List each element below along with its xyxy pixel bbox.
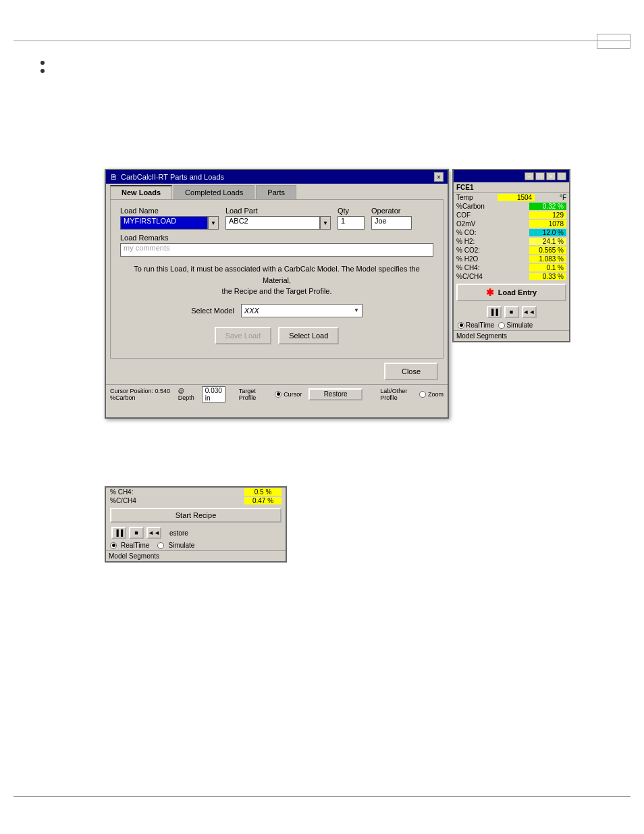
- select-model-label: Select Model: [191, 307, 234, 315]
- restore-button[interactable]: Restore: [308, 388, 363, 400]
- bw-stop-btn[interactable]: ■: [129, 527, 144, 539]
- maximize-btn[interactable]: □: [535, 172, 545, 180]
- select-load-button[interactable]: Select Load: [278, 327, 339, 344]
- bottom-border: [14, 796, 630, 797]
- fce-row-h2: % H2: 24.1 %: [454, 237, 569, 246]
- fce-section-label: FCE1: [454, 182, 569, 193]
- bullet-section: [41, 61, 50, 77]
- fce1-window-btns: - □ × _: [525, 172, 566, 180]
- bw-cch4-row: %C/CH4 0.47 %: [106, 496, 286, 505]
- model-select[interactable]: XXX ▼: [241, 304, 363, 317]
- ch4-label: % CH4:: [456, 264, 479, 271]
- load-name-dropdown[interactable]: ▼: [208, 216, 219, 230]
- h2-label: % H2:: [456, 238, 475, 245]
- depth-value: 0.030 in: [202, 386, 225, 402]
- zoom-radio-label: Zoom: [428, 391, 444, 398]
- fce-row-o2mv: O2mV 1078: [454, 219, 569, 228]
- bw-cch4-value: 0.47 %: [244, 497, 281, 504]
- cursor-radio[interactable]: [275, 391, 281, 398]
- fce-row-cch4: %C/CH4 0.33 %: [454, 272, 569, 281]
- bw-rewind-btn[interactable]: ◄◄: [146, 527, 161, 539]
- h2o-label: % H2O: [456, 255, 478, 263]
- load-part-dropdown[interactable]: ▼: [320, 216, 331, 230]
- bw-ch4-value: 0.5 %: [244, 488, 281, 496]
- bw-simulate-radio[interactable]: [157, 542, 164, 549]
- red-asterisk-icon: ✱: [486, 287, 494, 298]
- cursor-position-text: Cursor Position: 0.540 %Carbon: [110, 388, 171, 401]
- load-part-input[interactable]: ABC2: [225, 216, 320, 230]
- remarks-label: Load Remarks: [120, 234, 433, 242]
- fce1-panel: - □ × _ FCE1 Temp 1504 °F %Carbon 0.32 %…: [452, 169, 570, 342]
- simulate-radio[interactable]: [498, 322, 505, 329]
- close-row: Close: [106, 359, 448, 384]
- bw-realtime-radio[interactable]: [110, 542, 117, 549]
- lab-other-label: Lab/Other Profile: [380, 388, 412, 401]
- load-part-field: Load Part ABC2 ▼: [225, 207, 331, 230]
- top-border: [14, 41, 630, 41]
- load-name-input[interactable]: MYFIRSTLOAD: [120, 216, 208, 230]
- model-segments-label: Model Segments: [454, 330, 569, 341]
- fce-row-ch4: % CH4: 0.1 %: [454, 263, 569, 272]
- bw-cch4-label: %C/CH4: [110, 497, 136, 504]
- minimize-btn[interactable]: -: [525, 172, 534, 180]
- simulate-radio-item: Simulate: [498, 321, 533, 329]
- realtime-radio[interactable]: [458, 322, 464, 329]
- co2-label: % CO2:: [456, 246, 480, 254]
- zoom-radio[interactable]: [419, 391, 426, 398]
- dialog-status-bar: Cursor Position: 0.540 %Carbon @ Depth 0…: [106, 384, 448, 404]
- bw-realtime-label: RealTime: [121, 542, 149, 549]
- carbon-label: %Carbon: [456, 203, 485, 210]
- bw-restore-label: estore: [169, 529, 188, 537]
- realtime-label: RealTime: [466, 321, 494, 329]
- bw-pause-btn[interactable]: ▐▐: [111, 527, 126, 539]
- transport-controls: ▐▐ ■ ◄◄: [454, 304, 569, 320]
- fce1-extra-btn[interactable]: _: [557, 172, 566, 180]
- load-part-arrow: ▼: [323, 220, 328, 226]
- fce1-close-btn[interactable]: ×: [546, 172, 556, 180]
- cof-value: 129: [529, 211, 566, 219]
- parts-loads-dialog: 🖹 CarbCalcII-RT Parts and Loads × New Lo…: [105, 169, 449, 419]
- fce-row-co: % CO: 12.0 %: [454, 228, 569, 237]
- temp-value: 1504: [498, 194, 535, 201]
- co2-value: 0.565 %: [529, 246, 566, 254]
- fce-row-co2: % CO2: 0.565 %: [454, 246, 569, 255]
- operator-input[interactable]: Joe: [371, 216, 412, 230]
- remarks-placeholder: my comments: [124, 244, 169, 252]
- close-button[interactable]: Close: [384, 363, 438, 380]
- dialog-title-text: 🖹 CarbCalcII-RT Parts and Loads: [110, 173, 224, 181]
- h2-value: 24.1 %: [529, 238, 566, 245]
- load-name-label: Load Name: [120, 207, 219, 215]
- bw-model-segments-label: Model Segments: [106, 550, 286, 561]
- fce1-titlebar: - □ × _: [454, 170, 569, 182]
- radio-group-zoom: Zoom: [419, 391, 444, 398]
- tab-new-loads[interactable]: New Loads: [110, 185, 172, 199]
- o2mv-value: 1078: [529, 220, 566, 228]
- save-load-button[interactable]: Save Load: [215, 327, 272, 344]
- rewind-btn[interactable]: ◄◄: [522, 306, 537, 318]
- dialog-close-button[interactable]: ×: [434, 172, 444, 182]
- bw-transport-controls: ▐▐ ■ ◄◄ estore: [106, 525, 286, 540]
- temp-unit: °F: [560, 194, 566, 201]
- form-row-main: Load Name MYFIRSTLOAD ▼ Load Part ABC2: [120, 207, 433, 230]
- cursor-radio-label: Cursor: [284, 391, 302, 398]
- stop-btn[interactable]: ■: [504, 306, 519, 318]
- action-buttons-row: Save Load Select Load: [120, 327, 433, 344]
- start-recipe-button[interactable]: Start Recipe: [110, 508, 281, 523]
- cch4-value: 0.33 %: [529, 273, 566, 280]
- model-select-arrow: ▼: [354, 307, 359, 313]
- at-depth-label: @ Depth: [178, 388, 195, 401]
- load-entry-button[interactable]: ✱ Load Entry: [456, 284, 566, 301]
- pause-btn[interactable]: ▐▐: [487, 306, 502, 318]
- qty-input[interactable]: 1: [338, 216, 365, 230]
- carbon-value: 0.32 %: [529, 203, 566, 210]
- tab-completed-loads[interactable]: Completed Loads: [173, 185, 254, 199]
- select-model-row: Select Model XXX ▼: [120, 304, 433, 317]
- operator-label: Operator: [371, 207, 412, 215]
- dialog-title-icon: 🖹: [110, 174, 117, 181]
- target-profile-label: Target Profile: [239, 388, 264, 401]
- co-value: 12.0 %: [529, 229, 566, 236]
- tab-parts[interactable]: Parts: [256, 185, 296, 199]
- remarks-input[interactable]: my comments: [120, 243, 433, 257]
- fce-row-carbon: %Carbon 0.32 %: [454, 202, 569, 211]
- radio-group-cursor: Cursor: [275, 391, 302, 398]
